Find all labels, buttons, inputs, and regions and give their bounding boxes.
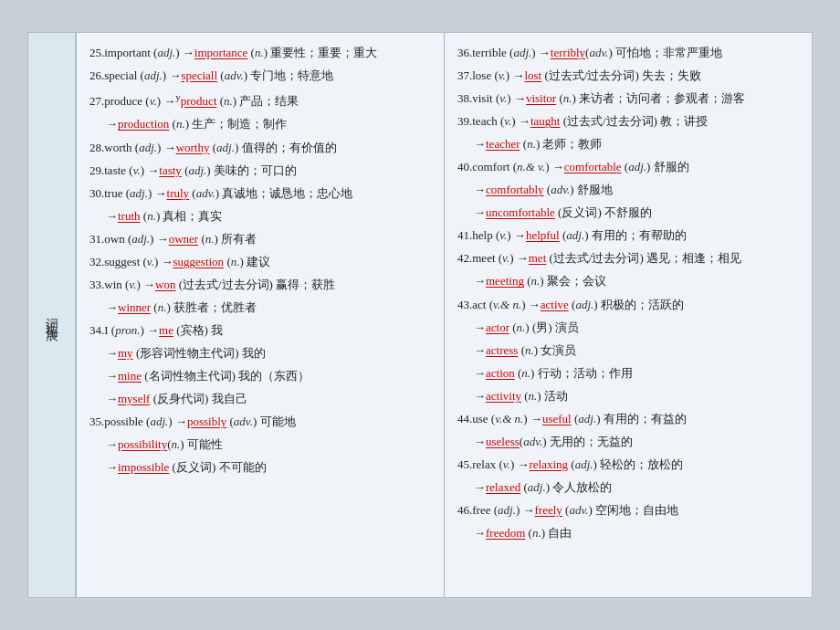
vocab-entry: 41.help (v.) →helpful (adj.) 有用的；有帮助的 <box>457 225 799 247</box>
vocab-entry: 37.lose (v.) →lost (过去式/过去分词) 失去；失败 <box>457 65 799 87</box>
vocab-entry: 35.possible (adj.) →possibly (adv.) 可能地 <box>89 411 431 433</box>
vocab-entry: 32.suggest (v.) →suggestion (n.) 建议 <box>89 251 431 273</box>
vocab-entry: 42.meet (v.) →met (过去式/过去分词) 遇见；相逢；相见 <box>457 247 799 269</box>
vocab-entry: →actress (n.) 女演员 <box>457 340 799 362</box>
vocab-entry: 26.special (adj.) →speciall (adv.) 专门地；特… <box>89 65 431 87</box>
content-area: 25.important (adj.) →importance (n.) 重要性… <box>76 33 812 597</box>
vocab-entry: 39.teach (v.) →taught (过去式/过去分词) 教；讲授 <box>457 110 799 132</box>
vocab-entry: 28.worth (adj.) →worthy (adj.) 值得的；有价值的 <box>89 137 431 159</box>
vocab-entry: →impossible (反义词) 不可能的 <box>89 457 431 478</box>
vocab-entry: 29.taste (v.) →tasty (adj.) 美味的；可口的 <box>89 160 431 182</box>
vocab-entry: →production (n.) 生产；制造；制作 <box>89 113 431 135</box>
vocab-entry: →actor (n.) (男) 演员 <box>457 317 799 339</box>
vocab-entry: 30.true (adj.) →truly (adv.) 真诚地；诚恳地；忠心地 <box>89 183 431 205</box>
vocab-entry: →winner (n.) 获胜者；优胜者 <box>89 297 431 319</box>
vocab-entry: →my (形容词性物主代词) 我的 <box>89 342 431 364</box>
vocab-entry: →mine (名词性物主代词) 我的（东西） <box>89 365 431 387</box>
vocab-entry: →comfortably (adv.) 舒服地 <box>457 179 799 201</box>
vocab-entry: 33.win (v.) →won (过去式/过去分词) 赢得；获胜 <box>89 274 431 296</box>
vocab-entry: →useless(adv.) 无用的；无益的 <box>457 431 799 453</box>
vocab-entry: 44.use (v.& n.) →useful (adj.) 有用的；有益的 <box>457 408 799 430</box>
sidebar-label: 词汇拓展 <box>28 33 76 597</box>
vocab-entry: →meeting (n.) 聚会；会议 <box>457 270 799 292</box>
vocab-entry: →freedom (n.) 自由 <box>457 522 799 544</box>
vocab-entry: →myself (反身代词) 我自己 <box>89 388 431 410</box>
vocab-entry: →truth (n.) 真相；真实 <box>89 205 431 227</box>
vocab-entry: →teacher (n.) 老师；教师 <box>457 133 799 155</box>
vocab-entry: 25.important (adj.) →importance (n.) 重要性… <box>89 42 431 64</box>
left-column: 25.important (adj.) →importance (n.) 重要性… <box>77 33 445 597</box>
vocab-entry: →possibility(n.) 可能性 <box>89 434 431 456</box>
vocab-entry: 27.produce (v.) →yproduct (n.) 产品；结果 <box>89 88 431 112</box>
vocab-entry: →action (n.) 行动；活动；作用 <box>457 362 799 384</box>
vocab-entry: →uncomfortable (反义词) 不舒服的 <box>457 202 799 224</box>
vocab-entry: 46.free (adj.) →freely (adv.) 空闲地；自由地 <box>457 499 799 521</box>
right-column: 36.terrible (adj.) →terribly(adv.) 可怕地；非… <box>445 33 812 597</box>
vocab-entry: →activity (n.) 活动 <box>457 385 799 407</box>
vocab-entry: 36.terrible (adj.) →terribly(adv.) 可怕地；非… <box>457 42 799 64</box>
vocab-entry: 43.act (v.& n.) →active (adj.) 积极的；活跃的 <box>457 294 799 316</box>
vocab-entry: 38.visit (v.) →visitor (n.) 来访者；访问者；参观者；… <box>457 88 799 110</box>
vocab-entry: →relaxed (adj.) 令人放松的 <box>457 477 799 499</box>
vocab-entry: 45.relax (v.) →relaxing (adj.) 轻松的；放松的 <box>457 454 799 476</box>
vocab-entry: 34.I (pron.) →me (宾格) 我 <box>89 320 431 341</box>
vocab-entry: 40.comfort (n.& v.) →comfortable (adj.) … <box>457 156 799 178</box>
vocab-entry: 31.own (adj.) →owner (n.) 所有者 <box>89 228 431 250</box>
vocabulary-page: 词汇拓展 25.important (adj.) →importance (n.… <box>27 32 813 598</box>
